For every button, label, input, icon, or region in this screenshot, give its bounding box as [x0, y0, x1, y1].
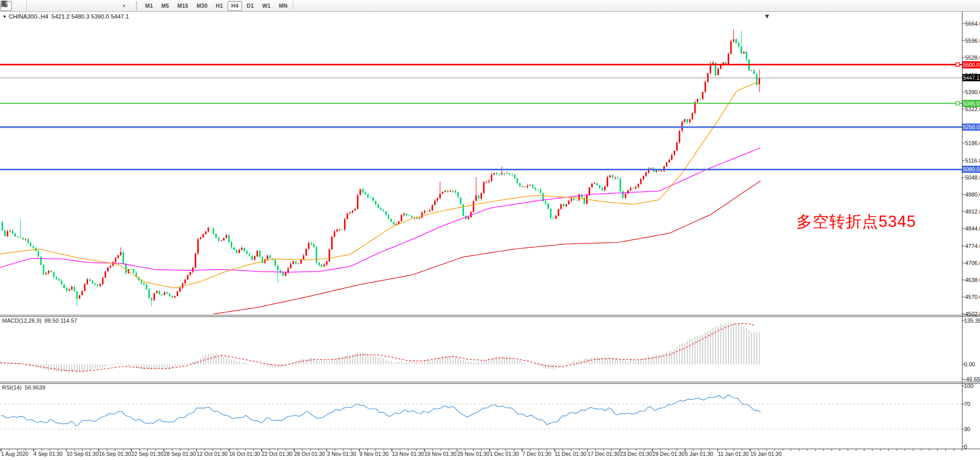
time-label-21: 5 Jan 01:30	[685, 451, 713, 457]
price-tick-4570.0: 4570.0	[965, 294, 980, 300]
rsi-tick-70: 70	[964, 401, 970, 407]
price-badge-5080.0: 5080.0	[962, 166, 980, 173]
candlestick-series	[2, 30, 760, 307]
macd-name: MACD(12,26,9)	[2, 317, 41, 324]
price-tick-5116.0: 5116.0	[965, 157, 980, 164]
down-arrow-marker-icon[interactable]: ▼	[764, 12, 770, 20]
time-label-19: 23 Dec 01:30	[620, 451, 652, 457]
ohlc-open: 5421.2	[51, 13, 70, 20]
price-tick-4912.0: 4912.0	[965, 208, 980, 215]
rsi-indicator	[0, 395, 962, 429]
chart-title: ▼CHINA300-,H4 5421.2 5480.3 5390.0 5447.…	[3, 13, 129, 20]
rsi-tick-30: 30	[964, 426, 970, 432]
time-label-17: 11 Dec 01:30	[555, 451, 587, 457]
time-label-0: 1 Aug 2020	[1, 451, 28, 457]
hline-5345.0[interactable]	[0, 101, 962, 105]
time-label-18: 17 Dec 01:30	[588, 451, 620, 457]
price-tick-4502.0: 4502.0	[965, 311, 980, 317]
time-label-10: 3 Nov 01:30	[327, 451, 356, 457]
macd-tick--49.65: -49.65	[964, 376, 980, 382]
ma-slow-red-line	[214, 181, 761, 314]
price-badge-5500.0: 5500.0	[962, 61, 980, 68]
moving-averages	[0, 82, 761, 314]
price-tick-5186.0: 5186.0	[965, 140, 980, 146]
ohlc-close: 5447.1	[111, 13, 129, 20]
macd-indicator	[0, 323, 760, 373]
time-label-23: 15 Jan 01:30	[750, 451, 782, 457]
symbol-period: CHINA300-,H4	[9, 13, 48, 20]
price-tick-5528.0: 5528.0	[965, 55, 980, 61]
time-label-1: 4 Sep 01:30	[33, 451, 63, 457]
time-label-12: 13 Nov 01:30	[392, 451, 424, 457]
price-tick-4980.0: 4980.0	[965, 191, 980, 198]
macd-tick-135.38: 135.38	[964, 317, 980, 324]
price-tick-4844.0: 4844.0	[965, 225, 980, 232]
time-label-3: 16 Sep 01:30	[99, 451, 131, 457]
time-label-6: 12 Oct 01:30	[197, 451, 228, 457]
time-label-4: 22 Sep 01:30	[131, 451, 163, 457]
macd-value-signal: 114.57	[60, 317, 77, 324]
macd-label: MACD(12,26,9) 88.50 114.57	[2, 317, 77, 324]
hline-5500.0[interactable]	[0, 63, 962, 66]
time-label-15: 1 Dec 01:30	[490, 451, 519, 457]
time-label-8: 22 Oct 01:30	[262, 451, 293, 457]
ma-fast-orange-line	[0, 82, 757, 288]
time-label-5: 28 Sep 01:30	[164, 451, 196, 457]
price-tick-5322.0: 5322.0	[965, 106, 980, 112]
price-tick-5390.0: 5390.0	[965, 89, 980, 95]
ohlc-high: 5480.3	[71, 13, 89, 20]
rsi-tick-100: 100	[964, 383, 973, 389]
time-label-9: 28 Oct 01:30	[294, 451, 325, 457]
price-tick-4638.0: 4638.0	[965, 277, 980, 283]
time-label-13: 19 Nov 01:30	[424, 451, 456, 457]
rsi-line	[1, 395, 761, 426]
macd-signal-line	[0, 323, 754, 371]
price-badge-5250.0: 5250.0	[962, 123, 980, 131]
price-tick-5458.0: 5458.0	[965, 72, 980, 78]
time-label-22: 11 Jan 01:30	[718, 451, 749, 457]
macd-value-main: 88.50	[45, 317, 59, 324]
time-label-14: 25 Nov 01:30	[457, 451, 489, 457]
time-label-7: 16 Oct 01:30	[229, 451, 260, 457]
rsi-tick-0: 0	[964, 444, 967, 450]
macd-tick-0.00: 0.00	[964, 361, 975, 367]
ohlc-low: 5390.0	[91, 13, 109, 20]
price-tick-5596.0: 5596.0	[965, 38, 980, 44]
time-label-2: 10 Sep 01:30	[66, 451, 98, 457]
rsi-label: RSI(14) 56.9639	[2, 384, 45, 391]
chart-annotation-text[interactable]: 多空转折点5345	[796, 211, 916, 233]
rsi-value: 56.9639	[25, 384, 45, 391]
time-label-20: 29 Dec 01:30	[652, 451, 684, 457]
price-tick-4774.0: 4774.0	[965, 243, 980, 249]
mt4-window: E F A T	[0, 0, 980, 460]
time-label-16: 7 Dec 01:30	[522, 451, 552, 457]
price-tick-4706.0: 4706.0	[965, 260, 980, 266]
price-tick-5048.0: 5048.0	[965, 174, 980, 181]
rsi-name: RSI(14)	[2, 384, 22, 391]
time-label-11: 9 Nov 01:30	[359, 451, 389, 457]
price-tick-5664.0: 5664.0	[965, 21, 980, 27]
chart-title-collapse-icon[interactable]: ▼	[3, 14, 7, 19]
